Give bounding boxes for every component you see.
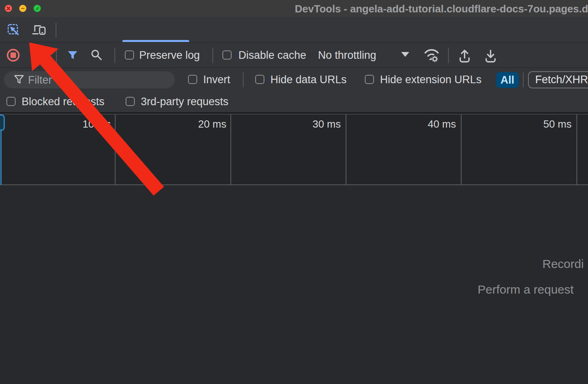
filter-input[interactable] xyxy=(27,72,161,88)
separator xyxy=(212,48,213,63)
separator xyxy=(114,48,115,63)
separator xyxy=(448,48,449,63)
import-har-icon[interactable] xyxy=(457,47,472,64)
hide-extension-urls-label: Hide extension URLs xyxy=(380,74,482,86)
minimize-icon[interactable] xyxy=(19,5,26,12)
blocked-requests-checkbox[interactable] xyxy=(6,97,16,106)
preserve-log-checkbox[interactable] xyxy=(125,50,134,60)
clear-icon[interactable] xyxy=(32,50,43,61)
empty-state-perform-text: Perform a request xyxy=(478,283,574,296)
inspect-icon[interactable] xyxy=(7,23,20,37)
network-overview-timeline[interactable]: 10 ms 20 ms 30 ms 40 ms 50 ms xyxy=(0,114,588,185)
preserve-log-label: Preserve log xyxy=(139,49,200,62)
timeline-divider xyxy=(576,114,577,184)
timeline-divider xyxy=(115,114,116,184)
filter-type-all-button[interactable]: All xyxy=(496,72,519,88)
window-title: DevTools - angela-add-tutorial.cloudflar… xyxy=(295,3,588,15)
filter-input-funnel-icon xyxy=(14,75,24,84)
blocked-requests-label: Blocked requests xyxy=(22,96,104,108)
third-party-requests-checkbox[interactable] xyxy=(126,97,135,106)
zoom-icon[interactable] xyxy=(34,5,41,12)
overview-selection-line xyxy=(0,130,2,185)
timeline-divider xyxy=(461,114,462,184)
active-tab-underline xyxy=(122,40,189,42)
timeline-divider xyxy=(230,114,231,184)
timeline-tick: 10 ms xyxy=(55,118,111,130)
timeline-divider xyxy=(346,114,346,184)
invert-label: Invert xyxy=(203,74,230,86)
throttling-value: No throttling xyxy=(318,49,376,61)
filter-type-fetch-xhr-button[interactable]: Fetch/XHR xyxy=(528,71,588,88)
third-party-requests-label: 3rd-party requests xyxy=(141,96,228,108)
close-icon[interactable] xyxy=(5,5,12,12)
dropdown-caret-icon xyxy=(401,52,409,57)
invert-checkbox[interactable] xyxy=(188,75,197,84)
window-titlebar: DevTools - angela-add-tutorial.cloudflar… xyxy=(0,0,588,17)
timeline-tick: 50 ms xyxy=(516,118,572,130)
disable-cache-label: Disable cache xyxy=(238,49,306,62)
search-icon[interactable] xyxy=(90,49,103,61)
separator xyxy=(56,23,56,37)
hide-data-urls-label: Hide data URLs xyxy=(270,74,347,86)
timeline-tick: 20 ms xyxy=(170,118,226,130)
filter-toggle-icon[interactable] xyxy=(67,50,78,60)
separator xyxy=(523,72,524,87)
separator xyxy=(56,48,57,63)
devtools-window: DevTools - angela-add-tutorial.cloudflar… xyxy=(0,0,588,384)
overview-drag-handle[interactable] xyxy=(0,114,5,131)
separator xyxy=(243,72,244,87)
timeline-tick: 40 ms xyxy=(400,118,456,130)
timeline-tick: 30 ms xyxy=(285,118,341,130)
devtools-tabbar: Console Network Sources Performance Memo… xyxy=(0,17,588,42)
empty-state-recording-text: Recordi xyxy=(542,257,584,271)
hide-extension-urls-checkbox[interactable] xyxy=(365,75,374,84)
network-conditions-icon[interactable] xyxy=(422,46,440,63)
requests-panel: Recordi Perform a request xyxy=(0,185,588,384)
disable-cache-checkbox[interactable] xyxy=(222,50,232,60)
device-toolbar-icon[interactable] xyxy=(32,24,46,36)
hide-data-urls-checkbox[interactable] xyxy=(255,75,264,84)
record-icon-inner xyxy=(10,52,16,58)
export-har-icon[interactable] xyxy=(483,47,498,64)
